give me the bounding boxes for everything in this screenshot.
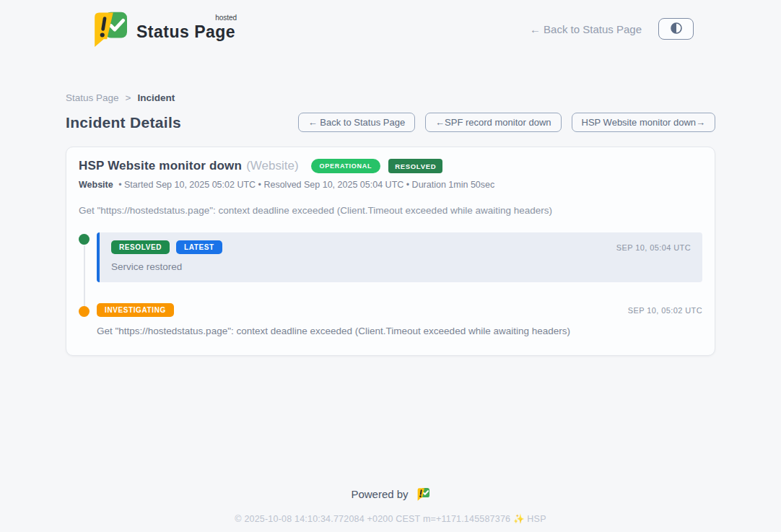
- back-to-status-page-button[interactable]: ← Back to Status Page: [298, 113, 415, 132]
- header-back-to-status-page-link[interactable]: ← Back to Status Page: [530, 23, 642, 35]
- statuspage-logo-icon: [87, 10, 129, 48]
- prev-incident-button[interactable]: ←SPF record monitor down: [425, 113, 561, 132]
- next-incident-button[interactable]: HSP Website monitor down→: [572, 113, 715, 132]
- breadcrumb: Status Page > Incident: [66, 92, 715, 103]
- breadcrumb-incident: Incident: [137, 92, 175, 103]
- theme-toggle-button[interactable]: [658, 18, 694, 40]
- header: Status Page hosted ← Back to Status Page: [87, 0, 694, 48]
- incident-meta: Website • Started Sep 10, 2025 05:02 UTC…: [79, 180, 702, 190]
- timeline-message: Service restored: [111, 261, 691, 272]
- timeline-entry-resolved: RESOLVED LATEST SEP 10, 05:04 UTC Servic…: [79, 232, 702, 282]
- statuspage-logo-icon-small[interactable]: [415, 487, 430, 501]
- investigating-dot-icon: [79, 306, 90, 317]
- half-circle-theme-icon: [669, 21, 684, 38]
- incident-meta-times: • Started Sep 10, 2025 05:02 UTC • Resol…: [118, 180, 494, 190]
- incident-card: HSP Website monitor down (Website) OPERA…: [66, 147, 715, 356]
- incident-description: Get "https://hostedstatus.page": context…: [79, 205, 702, 216]
- incident-title: HSP Website monitor down: [79, 159, 242, 173]
- timeline-timestamp: SEP 10, 05:02 UTC: [628, 306, 702, 315]
- incident-nav-buttons: ← Back to Status Page ←SPF record monito…: [298, 113, 715, 132]
- page-title: Incident Details: [66, 114, 181, 131]
- timeline-resolved-badge: RESOLVED: [111, 240, 170, 254]
- incident-component: (Website): [246, 159, 298, 173]
- main-content: Status Page > Incident Incident Details …: [66, 92, 715, 356]
- resolved-dot-icon: [79, 234, 90, 245]
- footer: Powered by © 2025-10-08 14:10:34.772084 …: [0, 487, 781, 524]
- resolved-state-badge: RESOLVED: [388, 159, 442, 173]
- timeline-timestamp: SEP 10, 05:04 UTC: [616, 243, 691, 252]
- timeline-message: Get "https://hostedstatus.page": context…: [97, 326, 702, 336]
- breadcrumb-separator: >: [126, 92, 131, 103]
- incident-timeline: RESOLVED LATEST SEP 10, 05:04 UTC Servic…: [79, 232, 702, 336]
- breadcrumb-status-page[interactable]: Status Page: [66, 92, 119, 103]
- brand-superscript: hosted: [215, 14, 237, 22]
- operational-status-badge: OPERATIONAL: [311, 159, 381, 173]
- timeline-investigating-badge: INVESTIGATING: [97, 303, 174, 317]
- timeline-latest-badge: LATEST: [176, 240, 222, 254]
- powered-by-label: Powered by: [351, 488, 408, 500]
- brand-name: Status Page hosted: [136, 17, 235, 42]
- copyright-text: © 2025-10-08 14:10:34.772084 +0200 CEST …: [0, 513, 781, 524]
- incident-meta-component: Website: [79, 180, 113, 190]
- timeline-entry-box: RESOLVED LATEST SEP 10, 05:04 UTC Servic…: [97, 232, 702, 282]
- brand-logo[interactable]: Status Page hosted: [87, 10, 235, 48]
- timeline-entry-investigating: INVESTIGATING SEP 10, 05:02 UTC Get "htt…: [79, 303, 702, 336]
